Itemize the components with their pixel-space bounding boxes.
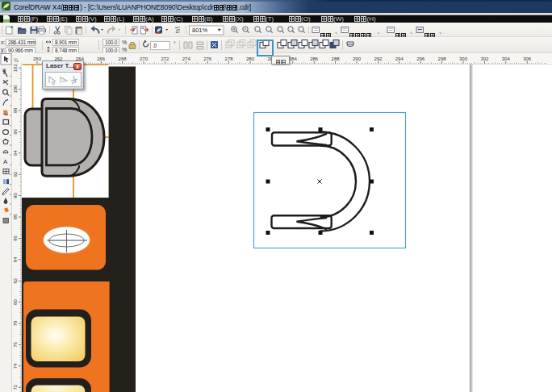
svg-text:276: 276 — [203, 56, 212, 61]
svg-text:294: 294 — [395, 56, 404, 61]
svg-text:100: 100 — [13, 85, 18, 94]
svg-text:A: A — [3, 158, 8, 165]
svg-text:86: 86 — [13, 235, 18, 240]
svg-text:90: 90 — [13, 193, 18, 198]
svg-text:298: 298 — [438, 56, 447, 61]
svg-text:270: 270 — [140, 56, 148, 61]
svg-text:302: 302 — [480, 56, 489, 61]
svg-text:102: 102 — [13, 64, 18, 73]
svg-text:286: 286 — [310, 56, 319, 61]
svg-text:76: 76 — [13, 341, 18, 347]
svg-text:80: 80 — [13, 299, 18, 305]
svg-text:266: 266 — [97, 56, 106, 61]
svg-text:94: 94 — [13, 150, 18, 156]
svg-text:306: 306 — [523, 56, 532, 61]
svg-text:801%: 801% — [192, 27, 208, 34]
svg-text:304: 304 — [502, 56, 511, 61]
svg-text:¾: ¾ — [14, 57, 19, 63]
svg-text:288: 288 — [332, 56, 341, 61]
svg-text:280: 280 — [246, 56, 255, 61]
svg-text:296: 296 — [416, 56, 425, 61]
svg-text:96: 96 — [13, 128, 18, 134]
svg-text:284: 284 — [289, 56, 298, 61]
svg-text:92: 92 — [13, 171, 18, 177]
svg-text:272: 272 — [161, 56, 169, 61]
svg-text:74: 74 — [13, 363, 18, 369]
svg-text:300: 300 — [459, 56, 468, 61]
svg-text:278: 278 — [225, 56, 234, 61]
svg-text:268: 268 — [119, 56, 128, 61]
svg-text:292: 292 — [374, 56, 383, 61]
svg-text:98: 98 — [13, 107, 18, 113]
svg-text:260: 260 — [33, 56, 42, 61]
svg-text:84: 84 — [13, 256, 18, 262]
svg-text:72: 72 — [13, 384, 18, 390]
svg-text:82: 82 — [13, 277, 18, 283]
svg-text:274: 274 — [182, 56, 191, 61]
svg-text:78: 78 — [13, 320, 18, 326]
svg-text:290: 290 — [353, 56, 362, 61]
svg-text:88: 88 — [13, 214, 18, 219]
